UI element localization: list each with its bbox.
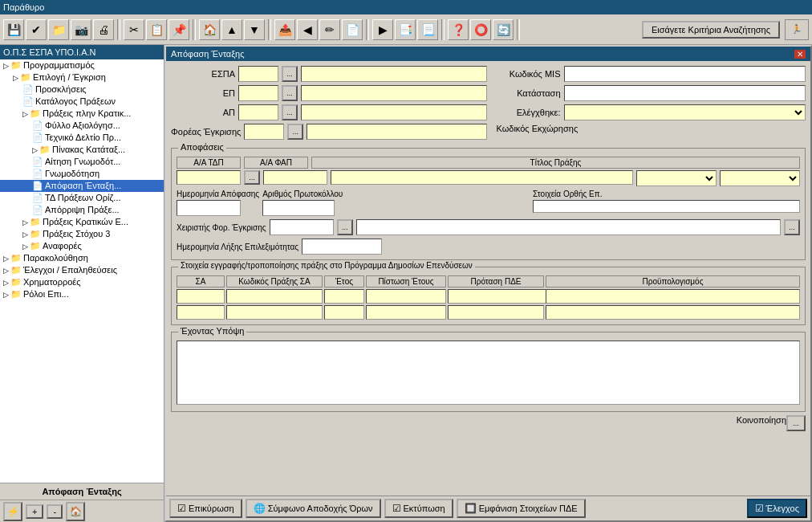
proupo-input2[interactable] xyxy=(546,305,800,320)
camera-button[interactable]: 📷 xyxy=(71,19,91,40)
sidebar-plus-btn[interactable]: + xyxy=(26,504,43,519)
sidebar-item-apofasi[interactable]: 📄Απόφαση Ένταξη... xyxy=(0,180,164,192)
ektyp-button[interactable]: ☑ Εκτύπωση xyxy=(384,499,453,518)
ep-browse-btn[interactable]: ... xyxy=(282,85,298,101)
power-button[interactable]: ⭕ xyxy=(470,19,491,40)
sidebar-icon-btn[interactable]: ⚡ xyxy=(3,502,22,521)
aa-tdp-input[interactable] xyxy=(177,170,241,185)
export-button[interactable]: 📤 xyxy=(274,19,295,40)
paste-button[interactable]: 📌 xyxy=(168,19,189,40)
sidebar-item-prakseis_kratikon[interactable]: ▷📁Πράξεις Κρατικών Ε... xyxy=(0,216,164,228)
copy-button[interactable]: 📋 xyxy=(146,19,167,40)
save-button[interactable]: 💾 xyxy=(3,19,24,40)
ap-input-main[interactable] xyxy=(301,104,487,120)
foreis-input-small[interactable] xyxy=(244,124,284,140)
back-button[interactable]: ◀ xyxy=(297,19,318,40)
foreis-browse-btn[interactable]: ... xyxy=(287,124,303,140)
lixis-input[interactable] xyxy=(302,239,382,255)
doc-icon: 📄 xyxy=(32,169,43,179)
sidebar-item-anafores[interactable]: ▷📁Αναφορές xyxy=(0,240,164,252)
date-input[interactable] xyxy=(177,200,241,216)
xeiristis-input2[interactable] xyxy=(356,219,781,235)
doc-button[interactable]: 📄 xyxy=(342,19,363,40)
sidebar-item-prakseis_stoxou[interactable]: ▷📁Πράξεις Στόχου 3 xyxy=(0,228,164,240)
epikyrosi-button[interactable]: ☑ Επικύρωση xyxy=(169,499,242,518)
sidebar-item-prakseis_plhn[interactable]: ▷📁Πράξεις πλην Κρατικ... xyxy=(0,108,164,120)
katastasi-input[interactable] xyxy=(564,85,806,101)
exontas-textarea[interactable] xyxy=(177,341,800,405)
xeiristis-browse-btn[interactable]: ... xyxy=(337,219,353,235)
ap-input-small[interactable] xyxy=(238,104,278,120)
home-button[interactable]: 🏠 xyxy=(199,19,220,40)
sidebar-item-td_prakseon[interactable]: 📄ΤΔ Πράξεων Ορίζ... xyxy=(0,192,164,204)
dialog-close-button[interactable]: ✕ xyxy=(794,50,806,59)
sidebar-minus-btn[interactable]: - xyxy=(47,504,63,519)
sidebar-item-other[interactable]: ▷📁Ρόλοι Επι... xyxy=(0,288,164,300)
titlos-select2[interactable] xyxy=(720,170,800,186)
proupo-input1[interactable] xyxy=(546,289,800,304)
doc2-button[interactable]: 📑 xyxy=(395,19,416,40)
help-button[interactable]: ❓ xyxy=(448,19,469,40)
xeiristis-browse-btn2[interactable]: ... xyxy=(784,219,800,235)
etos-input2[interactable] xyxy=(324,305,364,320)
elegxos-button[interactable]: ☑ Έλεγχος xyxy=(747,499,807,518)
ep-input-small[interactable] xyxy=(238,85,278,101)
koinopoiisi-btn[interactable]: ... xyxy=(786,415,806,431)
print-button[interactable]: 🖨 xyxy=(93,19,114,40)
xeiristis-input1[interactable] xyxy=(270,219,334,235)
sa-input2[interactable] xyxy=(177,305,225,320)
kodikos-praxis-input1[interactable] xyxy=(226,289,323,304)
doc3-button[interactable]: 📃 xyxy=(417,19,438,40)
protasi-input1[interactable] xyxy=(448,289,560,304)
ap-browse-btn[interactable]: ... xyxy=(282,104,298,120)
espa-input-small[interactable] xyxy=(238,66,278,82)
refresh-button[interactable]: 🔄 xyxy=(493,19,514,40)
next-button[interactable]: ▶ xyxy=(372,19,393,40)
edit-button[interactable]: ✏ xyxy=(319,19,340,40)
kodikos-mis-input[interactable] xyxy=(564,66,806,82)
emfanisi-button[interactable]: 🔲 Εμφάνιση Στοιχείων ΠΔΕ xyxy=(457,499,586,518)
pistosi-input2[interactable] xyxy=(366,305,446,320)
down-button[interactable]: ▼ xyxy=(244,19,265,40)
sidebar-item-epilogi[interactable]: ▷📁Επιλογή / Έγκριση xyxy=(0,71,164,84)
symfono-button[interactable]: 🌐 Σύμφωνο Αποδοχής Όρων xyxy=(246,499,381,518)
sidebar-item-xrimatorroes[interactable]: ▷📁Χρηματορροές xyxy=(0,276,164,288)
sidebar-item-parakoloythisi[interactable]: ▷📁Παρακολούθηση xyxy=(0,252,164,264)
sidebar-item-gnomodoitisi[interactable]: 📄Γνωμοδότηση xyxy=(0,168,164,180)
sidebar-footer-label: Απόφαση Ένταξης xyxy=(42,487,121,496)
sidebar-item-aporripsi[interactable]: 📄Απόρριψη Πράξε... xyxy=(0,204,164,216)
sidebar-item-katalogos[interactable]: 📄Κατάλογος Πράξεων xyxy=(0,96,164,108)
sidebar-item-texniko[interactable]: 📄Τεχνικό Δελτίο Πρ... xyxy=(0,132,164,144)
up-button[interactable]: ▲ xyxy=(221,19,242,40)
ep-input-main[interactable] xyxy=(301,85,487,101)
search-icon[interactable]: 🏃 xyxy=(785,19,809,40)
etos-input1[interactable] xyxy=(324,289,364,304)
foreis-input-main[interactable] xyxy=(307,124,486,140)
titlos-select[interactable] xyxy=(636,170,717,186)
aa-browse-btn[interactable]: ... xyxy=(244,170,260,185)
elegx-select[interactable] xyxy=(564,104,806,120)
stoixeia-input[interactable] xyxy=(533,200,800,213)
cut-button[interactable]: ✂ xyxy=(124,19,144,40)
sa-input1[interactable] xyxy=(177,289,225,304)
protasi-input2[interactable] xyxy=(448,305,544,320)
check-button[interactable]: ✔ xyxy=(26,19,47,40)
sidebar-item-elegxoi[interactable]: ▷📁Έλεγχοι / Επαληθεύσεις xyxy=(0,264,164,276)
search-criteria-button[interactable]: Εισάγετε Κριτήρια Αναζήτησης xyxy=(642,21,780,39)
sidebar-item-programmatismos[interactable]: ▷📁Προγραμματισμός xyxy=(0,59,164,71)
sidebar-item-pinakas[interactable]: ▷📁Πίνακας Κατάταξ... xyxy=(0,144,164,156)
sidebar-item-fyllo[interactable]: 📄Φύλλο Αξιολόγησ... xyxy=(0,120,164,132)
espa-browse-btn[interactable]: ... xyxy=(282,66,298,82)
espa-input-main[interactable] xyxy=(301,66,487,82)
sidebar-item-proskliseis[interactable]: 📄Προσκλήσεις xyxy=(0,84,164,96)
aa-fap-input[interactable] xyxy=(263,170,327,185)
tree-label: Προσκλήσεις xyxy=(35,84,87,94)
folder-button[interactable]: 📁 xyxy=(48,19,69,40)
pistosi-input1[interactable] xyxy=(366,289,446,304)
sidebar-item-aitisi[interactable]: 📄Αίτηση Γνωμοδότ... xyxy=(0,156,164,168)
sidebar-home-btn[interactable]: 🏠 xyxy=(66,502,85,521)
apofaseis-section: Αποφάσεις Α/Α ΤΔΠ Α/Α ΦΑΠ Τίτλος Πράξης … xyxy=(171,148,806,260)
arithmos-input[interactable] xyxy=(262,200,335,216)
kodikos-praxis-input2[interactable] xyxy=(226,305,323,320)
titlos-input[interactable] xyxy=(331,170,633,185)
